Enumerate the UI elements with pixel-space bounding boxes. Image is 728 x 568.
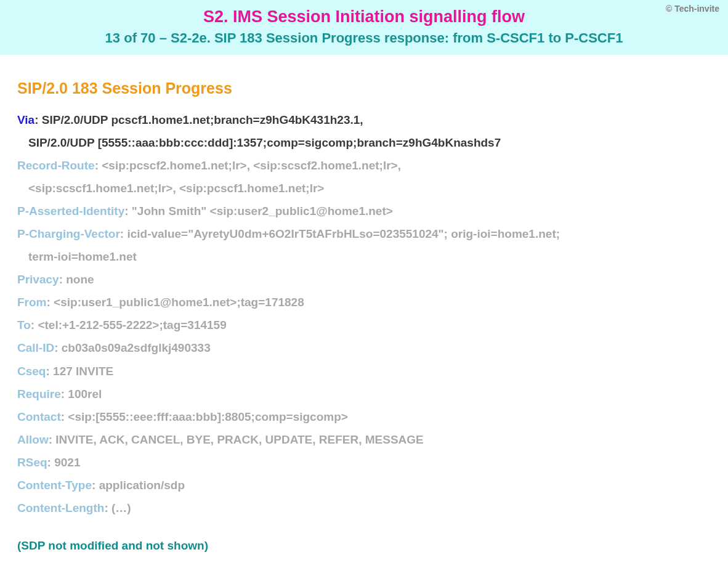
cseq-header-name: Cseq [17,365,46,378]
header-p-asserted-identity: P-Asserted-Identity: "John Smith" <sip:u… [17,200,711,222]
contact-header-name: Contact [17,410,61,423]
via-header-name: Via [17,113,34,126]
rseq-header-name: RSeq [17,456,47,469]
header-via-line2: SIP/2.0/UDP [5555::aaa:bbb:ccc:ddd]:1357… [17,131,711,154]
callid-value: cb03a0s09a2sdfglkj490333 [62,341,211,354]
record-route-value-1: <sip:pcscf2.home1.net;lr>, <sip:scscf2.h… [102,159,401,172]
content-area: SIP/2.0 183 Session Progress Via: SIP/2.… [0,55,728,565]
header-p-charging-vector-line1: P-Charging-Vector: icid-value="AyretyU0d… [17,222,711,245]
header-record-route-line1: Record-Route: <sip:pcscf2.home1.net;lr>,… [17,154,711,177]
header-rseq: RSeq: 9021 [17,451,711,474]
header-record-route-line2: <sip:scscf1.home1.net;lr>, <sip:pcscf1.h… [17,177,711,200]
via-value-2: SIP/2.0/UDP [5555::aaa:bbb:ccc:ddd]:1357… [28,136,501,149]
allow-header-name: Allow [17,433,49,446]
require-value: 100rel [68,387,102,400]
copyright-label: © Tech-invite [666,4,719,14]
record-route-header-name: Record-Route [17,159,95,172]
cseq-value: 127 INVITE [53,365,113,378]
header-privacy: Privacy: none [17,268,711,291]
rseq-value: 9021 [54,456,80,469]
header-content-type: Content-Type: application/sdp [17,474,711,497]
header-call-id: Call-ID: cb03a0s09a2sdfglkj490333 [17,336,711,359]
clen-header-name: Content-Length [17,501,104,514]
ctype-value: application/sdp [99,479,185,492]
pcv-header-name: P-Charging-Vector [17,227,120,240]
allow-value: INVITE, ACK, CANCEL, BYE, PRACK, UPDATE,… [55,433,424,446]
pai-header-name: P-Asserted-Identity [17,205,124,217]
header-cseq: Cseq: 127 INVITE [17,360,711,383]
header-band: © Tech-invite S2. IMS Session Initiation… [0,0,728,55]
privacy-header-name: Privacy [17,273,59,286]
page-title: S2. IMS Session Initiation signalling fl… [12,7,716,26]
header-p-charging-vector-line2: term-ioi=home1.net [17,245,711,268]
header-from: From: <sip:user1_public1@home1.net>;tag=… [17,291,711,314]
header-contact: Contact: <sip:[5555::eee:fff:aaa:bbb]:88… [17,405,711,428]
pcv-value-2: term-ioi=home1.net [28,250,137,263]
pcv-value-1: icid-value="AyretyU0dm+6O2IrT5tAFrbHLso=… [127,227,560,240]
header-content-length: Content-Length: (…) [17,497,711,519]
header-require: Require: 100rel [17,383,711,405]
callid-header-name: Call-ID [17,341,54,354]
sip-status-line: SIP/2.0 183 Session Progress [17,79,711,97]
page-subtitle: 13 of 70 – S2-2e. SIP 183 Session Progre… [12,30,716,46]
via-value-1: SIP/2.0/UDP pcscf1.home1.net;branch=z9hG… [42,113,363,126]
from-header-name: From [17,296,47,309]
clen-value: (…) [111,501,131,514]
require-header-name: Require [17,387,61,400]
contact-value: <sip:[5555::eee:fff:aaa:bbb]:8805;comp=s… [68,410,348,423]
ctype-header-name: Content-Type [17,479,92,492]
record-route-value-2: <sip:scscf1.home1.net;lr>, <sip:pcscf1.h… [28,182,324,195]
header-allow: Allow: INVITE, ACK, CANCEL, BYE, PRACK, … [17,428,711,451]
header-via-line1: Via: SIP/2.0/UDP pcscf1.home1.net;branch… [17,108,711,131]
to-header-name: To [17,318,31,331]
privacy-value: none [66,273,94,286]
from-value: <sip:user1_public1@home1.net>;tag=171828 [54,296,304,309]
sdp-note: (SDP not modified and not shown) [17,539,711,553]
to-value: <tel:+1-212-555-2222>;tag=314159 [38,318,226,331]
header-to: To: <tel:+1-212-555-2222>;tag=314159 [17,314,711,336]
pai-value: "John Smith" <sip:user2_public1@home1.ne… [132,205,393,217]
